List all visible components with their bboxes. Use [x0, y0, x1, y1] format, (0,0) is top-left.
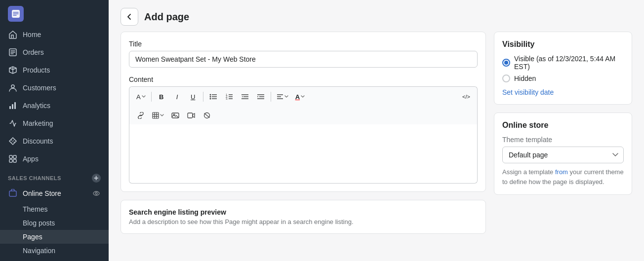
- sidebar-item-navigation[interactable]: Navigation: [0, 244, 109, 258]
- link-button[interactable]: [133, 109, 148, 122]
- svg-point-2: [11, 85, 14, 88]
- hidden-radio[interactable]: [502, 75, 510, 82]
- sidebar-item-analytics-label: Analytics: [23, 102, 50, 110]
- sidebar-item-blog-posts[interactable]: Blog posts: [0, 216, 109, 230]
- placeholder-button[interactable]: [200, 109, 214, 122]
- video-button[interactable]: [184, 109, 199, 122]
- title-content-card: Title Content A B I U: [121, 32, 486, 192]
- svg-point-14: [95, 192, 97, 194]
- image-button[interactable]: [168, 109, 183, 122]
- sidebar-item-pages[interactable]: Pages: [0, 230, 109, 244]
- sidebar-item-blog-posts-label: Blog posts: [23, 219, 55, 227]
- toolbar-sep-1: [151, 92, 152, 102]
- content-label: Content: [129, 75, 478, 83]
- analytics-icon: [8, 101, 18, 111]
- svg-point-19: [209, 98, 211, 100]
- sidebar-item-apps-label: Apps: [23, 155, 39, 163]
- eye-icon[interactable]: [92, 189, 101, 198]
- visible-radio[interactable]: [502, 59, 510, 67]
- visible-option[interactable]: Visible (as of 12/3/2021, 5:44 AM EST): [502, 55, 624, 71]
- toolbar-sep-3: [271, 92, 271, 102]
- sidebar-item-analytics[interactable]: Analytics: [0, 97, 109, 114]
- marketing-icon: [8, 118, 18, 128]
- sidebar-item-home-label: Home: [23, 31, 41, 38]
- sidebar-item-marketing[interactable]: Marketing: [0, 114, 109, 132]
- sidebar-item-apps[interactable]: Apps: [0, 150, 109, 168]
- page-header: Add page: [109, 0, 644, 32]
- text-color-dropdown-button[interactable]: A: [292, 90, 308, 104]
- sidebar-item-home[interactable]: Home: [0, 26, 109, 43]
- main-body: Title Content A B I U: [109, 32, 644, 261]
- sidebar: Home Orders Products: [0, 0, 109, 261]
- customers-icon: [8, 83, 18, 93]
- online-store-card: Online store Theme template Default page…: [494, 112, 632, 195]
- content-editor[interactable]: [129, 124, 478, 184]
- svg-rect-43: [188, 113, 193, 118]
- svg-rect-12: [9, 191, 16, 196]
- html-source-button[interactable]: </>: [459, 90, 473, 104]
- outdent-button[interactable]: [238, 90, 252, 104]
- font-dropdown-button[interactable]: A: [133, 90, 149, 104]
- sidebar-item-marketing-label: Marketing: [23, 119, 53, 127]
- sidebar-item-products-label: Products: [23, 66, 50, 74]
- hidden-option[interactable]: Hidden: [502, 75, 624, 82]
- visible-label: Visible (as of 12/3/2021, 5:44 AM EST): [514, 55, 624, 71]
- indent-button[interactable]: [253, 90, 268, 104]
- online-store-card-title: Online store: [502, 121, 624, 130]
- sidebar-item-orders[interactable]: Orders: [0, 43, 109, 61]
- sidebar-item-discounts-label: Discounts: [23, 137, 53, 145]
- theme-template-label: Theme template: [502, 136, 624, 144]
- unordered-list-button[interactable]: [206, 90, 221, 104]
- sidebar-item-orders-label: Orders: [23, 48, 44, 56]
- home-icon: [8, 30, 18, 39]
- visibility-title: Visibility: [502, 40, 624, 49]
- underline-button[interactable]: U: [186, 90, 201, 104]
- ordered-list-button[interactable]: 1.2.3.: [222, 90, 237, 104]
- svg-rect-11: [13, 159, 16, 162]
- store-logo: [8, 6, 24, 22]
- bold-button[interactable]: B: [154, 90, 169, 104]
- theme-template-select[interactable]: Default page contact faq landing: [502, 147, 624, 163]
- sales-channels-section: SALES CHANNELS +: [0, 168, 109, 185]
- orders-icon: [8, 47, 18, 57]
- editor-toolbar-row2: [129, 107, 478, 124]
- back-button[interactable]: [121, 8, 138, 26]
- sidebar-item-products[interactable]: Products: [0, 61, 109, 79]
- sidebar-item-discounts[interactable]: Discounts: [0, 132, 109, 150]
- svg-point-7: [14, 142, 15, 143]
- align-dropdown-button[interactable]: [274, 90, 291, 104]
- online-store-icon: [8, 188, 18, 198]
- svg-rect-8: [9, 155, 12, 158]
- sidebar-item-themes[interactable]: Themes: [0, 202, 109, 216]
- template-desc-from-link[interactable]: from: [555, 168, 568, 176]
- seo-preview-description: Add a description to see how this Page m…: [129, 218, 478, 225]
- toolbar-sep-2: [203, 92, 203, 102]
- sidebar-item-preferences[interactable]: Preferences: [0, 258, 109, 261]
- set-visibility-date-link[interactable]: Set visibility date: [502, 88, 554, 96]
- template-description: Assign a template from your current them…: [502, 167, 624, 186]
- svg-point-6: [11, 140, 12, 141]
- add-sales-channel-button[interactable]: +: [92, 174, 101, 183]
- sidebar-item-themes-label: Themes: [23, 205, 48, 213]
- sidebar-item-customers[interactable]: Customers: [0, 79, 109, 97]
- right-column: Visibility Visible (as of 12/3/2021, 5:4…: [494, 32, 632, 253]
- hidden-label: Hidden: [514, 75, 536, 82]
- italic-button[interactable]: I: [170, 90, 185, 104]
- title-input[interactable]: [129, 51, 478, 68]
- visibility-card: Visibility Visible (as of 12/3/2021, 5:4…: [494, 32, 632, 105]
- seo-preview-card: Search engine listing preview Add a desc…: [121, 200, 486, 234]
- svg-rect-5: [14, 102, 16, 109]
- sidebar-item-online-store[interactable]: Online Store: [0, 185, 109, 202]
- sidebar-item-pages-label: Pages: [23, 233, 42, 241]
- svg-point-15: [209, 94, 211, 96]
- products-icon: [8, 65, 18, 75]
- page-title: Add page: [144, 11, 189, 23]
- font-label: A: [136, 93, 141, 101]
- svg-rect-9: [13, 155, 16, 158]
- main-nav: Home Orders Products: [0, 24, 109, 261]
- svg-text:3.: 3.: [226, 97, 228, 100]
- discounts-icon: [8, 136, 18, 146]
- table-dropdown-button[interactable]: [149, 109, 167, 122]
- svg-point-17: [209, 96, 211, 98]
- svg-rect-4: [12, 104, 13, 109]
